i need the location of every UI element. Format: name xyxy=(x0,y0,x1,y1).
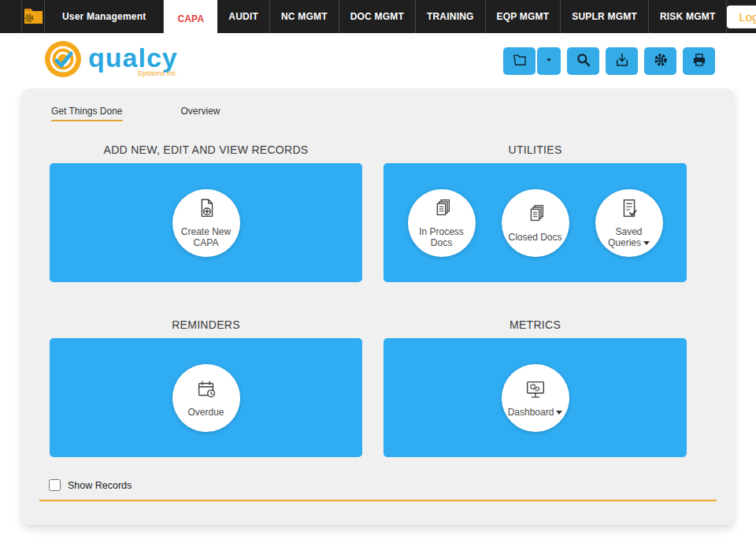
print-button[interactable] xyxy=(683,47,715,75)
docs-stack-icon xyxy=(430,197,454,226)
settings-button[interactable] xyxy=(644,47,676,75)
print-icon xyxy=(691,52,707,70)
circle-button-label: Closed Docs xyxy=(508,232,561,243)
search-button[interactable] xyxy=(567,47,599,75)
section-add-new: ADD NEW, EDIT AND VIEW RECORDS Create Ne… xyxy=(50,143,362,282)
toolbar xyxy=(503,47,715,75)
monitor-gears-icon xyxy=(523,378,548,407)
logged-in-badge: Logged in:admin xyxy=(727,6,756,28)
tab-overview[interactable]: Overview xyxy=(181,106,220,121)
panel-metrics: Dashboard xyxy=(384,338,687,457)
download-button[interactable] xyxy=(606,47,638,75)
panel-add-new: Create New CAPA xyxy=(50,163,362,282)
show-records-label: Show Records xyxy=(68,480,132,491)
folder-gear-icon xyxy=(22,6,44,28)
nav-item-risk-mgmt[interactable]: RISK MGMT xyxy=(649,0,727,33)
calendar-clock-icon xyxy=(195,378,218,407)
nav-item-training[interactable]: TRAINING xyxy=(416,0,486,33)
nav-item-capa[interactable]: CAPA xyxy=(164,0,217,38)
brand-subtitle: Systems Inc xyxy=(88,69,178,77)
overdue-button[interactable]: Overdue xyxy=(172,364,240,432)
section-title-metrics: METRICS xyxy=(384,318,687,331)
main-card: Get Things Done Overview ADD NEW, EDIT A… xyxy=(22,88,734,525)
gear-icon xyxy=(653,52,669,70)
file-plus-icon xyxy=(195,197,218,226)
circle-button-label: Create New CAPA xyxy=(178,226,235,249)
caret-down-icon xyxy=(556,411,562,415)
section-reminders: REMINDERS Overdue xyxy=(50,318,362,457)
circle-button-label: Dashboard xyxy=(508,407,563,418)
panels-row-2: REMINDERS Overdue METRICS xyxy=(22,318,734,457)
nav-item-audit[interactable]: AUDIT xyxy=(217,0,270,33)
caret-down-icon xyxy=(544,55,554,67)
dashboard-button[interactable]: Dashboard xyxy=(502,364,569,432)
saved-queries-button[interactable]: Saved Queries xyxy=(595,189,663,257)
qualcy-logo-icon xyxy=(44,40,82,81)
brand-logo[interactable]: qualcy Systems Inc xyxy=(44,40,178,81)
panel-reminders: Overdue xyxy=(50,338,362,457)
brand-header: qualcy Systems Inc xyxy=(0,33,756,88)
nav-item-suplr-mgmt[interactable]: SUPLR MGMT xyxy=(561,0,649,33)
circle-button-label: Saved Queries xyxy=(601,226,658,249)
show-records-checkbox[interactable] xyxy=(49,479,61,491)
nav-item-doc-mgmt[interactable]: DOC MGMT xyxy=(339,0,416,33)
create-new-capa-button[interactable]: Create New CAPA xyxy=(172,189,240,257)
panels-row-1: ADD NEW, EDIT AND VIEW RECORDS Create Ne… xyxy=(22,143,734,282)
circle-button-label: Overdue xyxy=(187,407,224,418)
nav-item-user-management[interactable]: User Management xyxy=(45,0,164,33)
tab-get-things-done[interactable]: Get Things Done xyxy=(51,106,123,121)
app-menu-button[interactable] xyxy=(21,0,45,33)
doc-check-icon xyxy=(617,197,641,226)
section-title-utilities: UTILITIES xyxy=(384,143,687,156)
footer-row: Show Records xyxy=(49,479,734,491)
closed-docs-button[interactable]: Closed Docs xyxy=(502,189,569,257)
brand-wordmark: qualcy xyxy=(88,44,178,71)
brand-text: qualcy Systems Inc xyxy=(88,44,178,77)
docs-stack-icon xyxy=(524,203,547,232)
circle-button-label: In Process Docs xyxy=(413,226,470,249)
download-icon xyxy=(614,52,630,70)
top-nav: User Management CAPA AUDIT NC MGMT DOC M… xyxy=(0,0,756,33)
section-metrics: METRICS Dashboard xyxy=(384,318,687,457)
section-utilities: UTILITIES In Process Docs xyxy=(384,143,687,282)
tab-bar: Get Things Done Overview xyxy=(51,106,734,121)
folder-icon xyxy=(512,52,528,70)
folder-dropdown-button[interactable] xyxy=(537,47,561,75)
search-icon xyxy=(576,52,591,70)
section-title-reminders: REMINDERS xyxy=(50,318,362,331)
orange-divider xyxy=(39,500,717,501)
section-title-add-new: ADD NEW, EDIT AND VIEW RECORDS xyxy=(50,143,362,156)
nav-item-eqp-mgmt[interactable]: EQP MGMT xyxy=(486,0,561,33)
panel-utilities: In Process Docs Closed Docs xyxy=(384,163,687,282)
folder-split-button xyxy=(503,47,561,75)
folder-button[interactable] xyxy=(503,47,536,75)
nav-item-nc-mgmt[interactable]: NC MGMT xyxy=(270,0,339,33)
in-process-docs-button[interactable]: In Process Docs xyxy=(408,189,476,257)
caret-down-icon xyxy=(643,241,650,245)
